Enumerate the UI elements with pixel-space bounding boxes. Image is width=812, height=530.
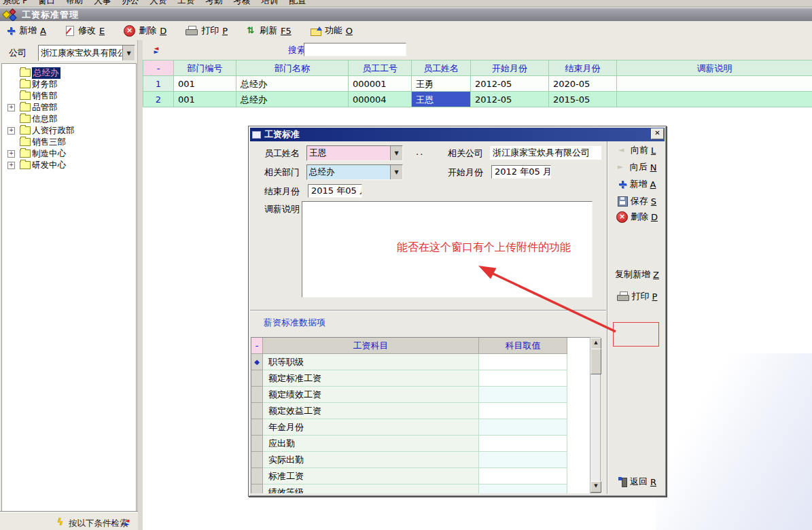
cell-note[interactable] xyxy=(617,76,812,92)
cell-dept-name[interactable]: 总经办 xyxy=(236,76,349,92)
menu-item-hr[interactable]: 人事 xyxy=(94,0,111,7)
employee-name-select[interactable]: 王恩 ▼ xyxy=(306,145,403,161)
cell-end-month[interactable]: 2015-05 xyxy=(549,92,617,107)
search-condition-bar[interactable]: ϟ 按以下条件检索 ◄► xyxy=(0,512,138,530)
col-header-dept-name[interactable]: 部门名称 xyxy=(236,60,349,76)
tree-item-caiwubu[interactable]: 财务部 xyxy=(2,79,136,90)
col-header-end-month[interactable]: 结束月份 xyxy=(549,60,617,76)
expand-icon[interactable]: + xyxy=(7,150,15,158)
prev-record-button[interactable]: ◄向前L xyxy=(608,144,666,156)
back-button[interactable]: 返回R xyxy=(608,476,666,488)
expand-icon[interactable]: + xyxy=(7,127,15,135)
col-header-dept-no[interactable]: 部门编号 xyxy=(174,60,236,76)
salary-value-cell[interactable] xyxy=(479,468,567,484)
swap-arrows-icon[interactable]: ◄► xyxy=(151,46,162,54)
scroll-up-icon[interactable]: ▲ xyxy=(590,338,601,349)
menu-item-salary[interactable]: 工资 xyxy=(177,0,194,7)
cell-emp-name-selected[interactable]: 王恩 xyxy=(412,92,471,107)
print-button[interactable]: 打印P xyxy=(186,24,228,37)
search-input[interactable] xyxy=(304,43,406,56)
dialog-titlebar[interactable]: 工资标准 xyxy=(250,128,665,141)
salary-item[interactable]: 应出勤 xyxy=(263,436,479,452)
menu-item-system[interactable]: 系统 F xyxy=(3,0,27,7)
add-button[interactable]: 新增A xyxy=(7,24,46,37)
end-month-input[interactable]: 2015 年05 月 xyxy=(308,184,362,198)
salary-value-cell[interactable] xyxy=(479,354,567,370)
splitter[interactable] xyxy=(138,40,143,530)
refresh-button[interactable]: ⇅刷新F5 xyxy=(247,24,292,37)
salary-item[interactable]: 绩效等级 xyxy=(263,484,479,493)
menu-item-window[interactable]: 窗口 xyxy=(38,0,55,7)
chevron-down-icon[interactable]: ▼ xyxy=(390,165,402,179)
chevron-down-icon[interactable]: ▼ xyxy=(390,146,402,160)
related-dept-select[interactable]: 总经办 ▼ xyxy=(306,164,403,180)
expand-icon[interactable]: + xyxy=(7,162,15,169)
next-record-button[interactable]: ►向后N xyxy=(608,161,666,173)
salary-item[interactable]: 职等职级 xyxy=(263,354,479,370)
inner-col-header-value[interactable]: 科目取值 xyxy=(479,338,567,354)
tree-item-renzixingzhengbu[interactable]: +人资行政部 xyxy=(2,125,136,136)
tree-item-zongjingban[interactable]: 总经办 xyxy=(2,67,136,78)
dialog-delete-button[interactable]: ×删除D xyxy=(608,211,666,223)
cell-dept-no[interactable]: 001 xyxy=(174,76,236,92)
salary-value-cell[interactable] xyxy=(479,484,567,493)
col-header-emp-name[interactable]: 员工姓名 xyxy=(412,60,471,76)
scroll-down-icon[interactable]: ▼ xyxy=(590,481,601,493)
cell-dept-name[interactable]: 总经办 xyxy=(236,92,349,107)
menu-item-hcm[interactable]: 人资 xyxy=(149,0,166,7)
cell-emp-no[interactable]: 000001 xyxy=(349,76,412,92)
tree-item-xiaoshoubu[interactable]: 销售部 xyxy=(2,90,136,101)
salary-item[interactable]: 年金月份 xyxy=(263,419,479,436)
tree-item-zhizaozhongxin[interactable]: +制造中心 xyxy=(2,148,136,159)
cell-dept-no[interactable]: 001 xyxy=(174,92,236,107)
chevron-down-icon[interactable]: ▼ xyxy=(122,46,135,60)
col-header-start-month[interactable]: 开始月份 xyxy=(471,60,549,76)
salary-value-cell[interactable] xyxy=(479,419,567,436)
menu-item-office[interactable]: 办公 xyxy=(122,0,139,7)
col-header-emp-no[interactable]: 员工工号 xyxy=(349,60,412,76)
row-index[interactable]: 2 xyxy=(143,92,174,107)
menu-item-assessment[interactable]: 考核 xyxy=(233,0,250,7)
company-select[interactable]: 浙江康家宝炊具有限公 ▼ xyxy=(38,45,135,61)
cell-end-month[interactable]: 2020-05 xyxy=(549,76,617,92)
salary-value-cell[interactable] xyxy=(479,387,567,403)
col-header-note[interactable]: 调薪说明 xyxy=(617,60,812,76)
dialog-add-button[interactable]: 新增A xyxy=(608,178,666,190)
edit-button[interactable]: 修改E xyxy=(65,24,105,37)
salary-value-cell[interactable] xyxy=(479,436,567,452)
salary-item[interactable]: 实际出勤 xyxy=(263,452,479,468)
col-header-indicator[interactable]: - xyxy=(143,60,174,76)
tree-item-pinguanbu[interactable]: +品管部 xyxy=(2,102,136,113)
tree-item-xinxibu[interactable]: 信息部 xyxy=(2,113,136,124)
tree-item-yanfazhongxin[interactable]: +研发中心 xyxy=(2,160,136,171)
cell-start-month[interactable]: 2012-05 xyxy=(471,76,549,92)
scrollbar[interactable]: ▲ ▼ xyxy=(590,337,601,493)
salary-item[interactable]: 额定效益工资 xyxy=(263,403,479,419)
swap-arrows-icon[interactable]: ◄► xyxy=(122,518,133,527)
close-icon[interactable]: ✕ xyxy=(651,128,664,139)
menu-item-training[interactable]: 培训 xyxy=(261,0,278,7)
delete-button[interactable]: ×删除D xyxy=(124,24,166,37)
menu-item-attendance[interactable]: 考勤 xyxy=(205,0,222,7)
menu-item-config[interactable]: 配置 xyxy=(289,0,306,7)
salary-item[interactable]: 额定标准工资 xyxy=(263,370,479,387)
expand-icon[interactable]: + xyxy=(7,104,15,111)
cell-emp-no[interactable]: 000004 xyxy=(349,92,412,107)
save-button[interactable]: 保存S xyxy=(608,195,666,207)
cell-start-month[interactable]: 2012-05 xyxy=(471,92,549,107)
salary-value-cell[interactable] xyxy=(479,452,567,468)
salary-item[interactable]: 标准工资 xyxy=(263,468,479,484)
salary-value-cell[interactable] xyxy=(479,370,567,387)
salary-value-cell[interactable] xyxy=(479,403,567,419)
menu-item-help[interactable]: 帮助 xyxy=(66,0,83,7)
function-button[interactable]: 功能O xyxy=(311,24,353,37)
start-month-input[interactable]: 2012 年05 月 xyxy=(491,165,551,179)
dialog-print-button[interactable]: 打印P xyxy=(608,290,666,302)
lookup-dots[interactable]: .. xyxy=(416,147,424,157)
scroll-thumb[interactable] xyxy=(590,349,601,374)
salary-item[interactable]: 额定绩效工资 xyxy=(263,387,479,403)
copy-add-button[interactable]: 复制新增Z xyxy=(608,268,666,281)
cell-note[interactable] xyxy=(617,92,812,107)
row-index[interactable]: 1 xyxy=(143,76,174,92)
tree-item-xiaoshousanbu[interactable]: 销售三部 xyxy=(2,137,136,147)
